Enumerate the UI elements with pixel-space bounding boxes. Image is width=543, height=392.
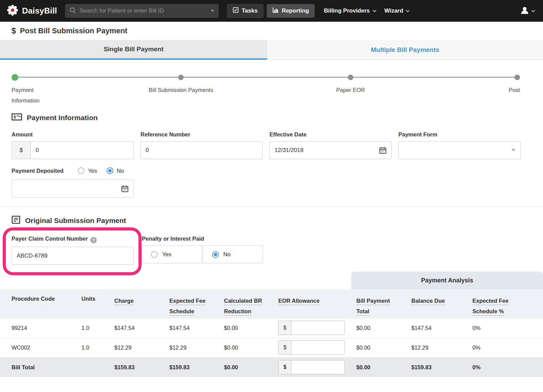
payment-analysis-title: Payment Analysis (421, 277, 473, 284)
expected-pct-cell: 0% (472, 338, 543, 357)
money-check-icon: $ (12, 113, 22, 123)
col-units: Units (81, 290, 114, 318)
table-row: 99214 1.0 $147.54 $147.54 $0.00 $ $0.00 … (0, 318, 543, 338)
brand-name: DaisyBill (22, 6, 57, 16)
payment-information-heading: Payment Information (27, 114, 98, 122)
step-label-payment-information: Payment Information (12, 85, 56, 106)
calc-br-total-cell: $0.00 (224, 357, 278, 377)
amount-label: Amount (12, 131, 134, 138)
deposited-yes-radio[interactable] (78, 167, 85, 174)
table-row: WC002 1.0 $12.29 $12.29 $0.00 $ $0.00 $1… (0, 338, 543, 357)
bill-payment-total-cell: $0.00 (356, 318, 411, 338)
dollar-icon: $ (12, 26, 16, 36)
eor-allowance-total-input[interactable] (292, 360, 344, 374)
payment-information-section: $ Payment Information Amount $ Reference… (0, 113, 543, 198)
table-header-row: Procedure Code Units Charge Expected Fee… (0, 290, 543, 318)
calendar-icon[interactable] (374, 147, 391, 154)
reporting-button[interactable]: Reporting (267, 4, 315, 18)
units-cell: 1.0 (81, 338, 114, 357)
eor-currency-prefix: $ (279, 360, 292, 374)
tasks-label: Tasks (242, 7, 258, 14)
step-label-post: Post (509, 85, 520, 95)
col-balance-due[interactable]: Balance Due (411, 290, 472, 318)
line-items-table-area: Payment Analysis Procedure Code Units Ch… (0, 272, 543, 377)
step-dot-paper-eor (348, 75, 353, 80)
col-calculated-br-reduction[interactable]: Calculated BR Reduction (224, 290, 278, 318)
penalty-yes-option[interactable]: Yes (142, 245, 202, 263)
line-items-table: Procedure Code Units Charge Expected Fee… (0, 290, 543, 377)
eor-currency-prefix: $ (279, 341, 292, 354)
pccn-input[interactable] (12, 247, 133, 264)
units-cell (81, 357, 114, 377)
tab-multiple-bill-payments[interactable]: Multiple Bill Payments (267, 40, 543, 60)
effective-date-input[interactable] (270, 142, 374, 159)
reference-number-input[interactable] (141, 142, 262, 159)
daisy-logo-icon (6, 4, 19, 18)
payment-deposited-group: Payment Deposited Yes No (12, 167, 531, 174)
expected-pct-cell: 0% (472, 318, 543, 338)
original-submission-section: Original Submission Payment Payer Claim … (0, 206, 543, 265)
payment-form-field: Payment Form (398, 131, 521, 159)
billing-providers-menu[interactable]: Billing Providers (324, 7, 375, 14)
global-search[interactable] (65, 4, 219, 18)
col-charge[interactable]: Charge (114, 290, 169, 318)
help-icon[interactable]: ? (90, 237, 97, 243)
wizard-label: Wizard (385, 7, 404, 14)
chevron-down-icon (531, 8, 535, 12)
deposit-date-field (12, 180, 134, 198)
search-input[interactable] (79, 7, 207, 14)
tasks-check-icon (233, 7, 239, 15)
svg-text:$: $ (14, 115, 16, 119)
step-dot-bill-submission-payments (178, 75, 184, 80)
calc-br-cell: $0.00 (224, 338, 278, 357)
page-title: Post Bill Submission Payment (20, 26, 128, 35)
brand[interactable]: DaisyBill (6, 4, 57, 18)
deposit-date-input[interactable] (12, 180, 116, 197)
amount-currency-prefix: $ (12, 142, 31, 159)
bill-total-label: Bill Total (0, 357, 81, 377)
wizard-menu[interactable]: Wizard (385, 7, 409, 14)
payment-form-value[interactable] (399, 142, 507, 159)
col-eor-allowance[interactable]: EOR Allowance (278, 290, 356, 318)
calendar-icon[interactable] (116, 185, 133, 192)
col-bill-payment-total[interactable]: Bill Payment Total (356, 290, 411, 318)
amount-field: Amount $ (12, 131, 134, 159)
eor-currency-prefix: $ (279, 321, 292, 335)
tab-single-bill-payment[interactable]: Single Bill Payment (0, 40, 267, 60)
penalty-no-option[interactable]: No (203, 245, 263, 263)
eor-allowance-input[interactable] (292, 321, 344, 335)
chevron-down-icon (406, 8, 410, 12)
charge-cell: $147.54 (114, 318, 169, 338)
penalty-no-radio[interactable] (212, 251, 219, 258)
search-icon (70, 7, 76, 15)
col-expected-fee-schedule-pct[interactable]: Expected Fee Schedule % (472, 290, 543, 318)
step-dot-post (514, 75, 520, 80)
payment-form-select[interactable] (398, 141, 521, 159)
deposited-no-radio[interactable] (107, 167, 113, 174)
search-dropdown-caret-icon[interactable] (211, 10, 214, 12)
tasks-button[interactable]: Tasks (227, 4, 263, 18)
procedure-code-cell: 99214 (0, 318, 81, 338)
select-chevron-icon (507, 149, 520, 151)
charge-cell: $12.29 (114, 338, 169, 357)
penalty-label: Penalty or Interest Paid (142, 236, 263, 242)
penalty-yes-radio[interactable] (151, 251, 158, 258)
payment-form-label: Payment Form (398, 131, 521, 138)
bill-document-icon (12, 216, 20, 225)
col-procedure-code: Procedure Code (0, 290, 81, 318)
eor-allowance-input[interactable] (292, 341, 344, 354)
bar-chart-icon (273, 7, 279, 15)
calc-br-cell: $0.00 (224, 318, 278, 338)
reference-number-label: Reference Number (141, 131, 263, 138)
amount-input[interactable] (31, 142, 133, 159)
procedure-code-cell: WC002 (0, 338, 81, 357)
billing-providers-label: Billing Providers (324, 7, 370, 14)
expected-pct-total-cell: 0% (472, 357, 543, 377)
user-menu[interactable] (520, 5, 537, 16)
deposited-yes-label: Yes (88, 168, 97, 174)
deposited-yes-option[interactable]: Yes (78, 167, 97, 174)
col-expected-fee-schedule[interactable]: Expected Fee Schedule (169, 290, 224, 318)
balance-due-total-cell: $159.83 (411, 357, 472, 377)
bill-payment-total-cell: $0.00 (356, 357, 411, 377)
deposited-no-option[interactable]: No (107, 167, 124, 174)
